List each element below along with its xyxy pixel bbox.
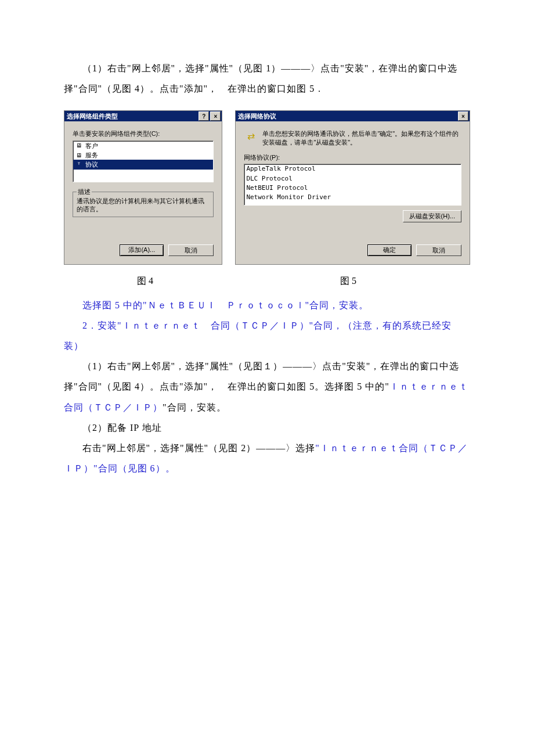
text-blue: 图 5 中的"ＮｅｔＢＥＵＩ Ｐｒｏｔｏｃｏｌ"合同，安装。 <box>102 300 369 310</box>
list-item-client[interactable]: 🖥 客户 <box>73 141 213 150</box>
dialog-row: 选择网络组件类型 ? × 单击要安装的网络组件类型(C): 🖥 客户 🖥 服务 <box>64 110 470 265</box>
paragraph-4: （1）右击"网上邻居"，选择"属性"（见图１）———〉点击"安装"，在弹出的窗口… <box>64 356 470 417</box>
cancel-button[interactable]: 取消 <box>416 244 461 256</box>
list-item-protocol[interactable]: ᵀ 协议 <box>73 160 213 169</box>
caption-fig5: 图 5 <box>226 271 470 291</box>
text-blue: （见图 6）。 <box>118 463 175 473</box>
document-page: （1）右击"网上邻居"，选择"属性"（见图 1）———〉点击"安装"，在弹出的窗… <box>0 0 534 756</box>
list-label: 网络协议(P): <box>244 153 461 161</box>
caption-fig4: 图 4 <box>64 271 226 291</box>
paragraph-1: （1）右击"网上邻居"，选择"属性"（见图 1）———〉点击"安装"，在弹出的窗… <box>64 58 470 99</box>
dialog-body: 单击要安装的网络组件类型(C): 🖥 客户 🖥 服务 ᵀ 协议 <box>64 121 222 264</box>
list-item[interactable]: Network Monitor Driver <box>244 193 461 202</box>
component-listbox[interactable]: 🖥 客户 🖥 服务 ᵀ 协议 <box>73 141 214 182</box>
cancel-button[interactable]: 取消 <box>168 244 214 256</box>
titlebar: 选择网络组件类型 ? × <box>64 111 222 121</box>
protocol-icon: ᵀ <box>75 161 83 168</box>
figure-captions: 图 4 图 5 <box>64 271 470 291</box>
dialog-select-protocol: 选择网络协议 × ⇄ 单击您想安装的网络通讯协议，然后单击"确定"。如果您有这个… <box>235 110 470 265</box>
ok-button[interactable]: 确定 <box>367 244 412 256</box>
list-item-service[interactable]: 🖥 服务 <box>73 150 213 160</box>
close-icon[interactable]: × <box>210 111 221 121</box>
protocol-hint-icon: ⇄ <box>244 129 258 143</box>
hint-text: 单击您想安装的网络通讯协议，然后单击"确定"。如果您有这个组件的安装磁盘，请单击… <box>262 129 461 146</box>
from-disk-button[interactable]: 从磁盘安装(H)... <box>403 210 461 222</box>
dialog-body: ⇄ 单击您想安装的网络通讯协议，然后单击"确定"。如果您有这个组件的安装磁盘，请… <box>236 121 470 264</box>
list-item-label: 协议 <box>85 160 98 168</box>
client-icon: 🖥 <box>75 142 83 149</box>
text-blue: 选择 <box>82 300 102 310</box>
paragraph-2: 选择图 5 中的"ＮｅｔＢＥＵＩ Ｐｒｏｔｏｃｏｌ"合同，安装。 <box>64 295 470 315</box>
dialog-select-component-type: 选择网络组件类型 ? × 单击要安装的网络组件类型(C): 🖥 客户 🖥 服务 <box>64 110 222 265</box>
list-item[interactable]: AppleTalk Protocol <box>244 164 461 174</box>
service-icon: 🖥 <box>75 152 83 159</box>
add-button[interactable]: 添加(A)... <box>120 244 164 256</box>
list-item-label: 客户 <box>85 142 98 150</box>
list-item[interactable]: DLC Protocol <box>244 174 461 183</box>
dialog-title: 选择网络协议 <box>238 112 458 120</box>
list-item-label: 服务 <box>85 151 98 159</box>
paragraph-3: 2．安装"Ｉｎｔｅｒｎｅｔ 合同（ＴＣＰ／ＩＰ）"合同，（注意，有的系统已经安装… <box>64 315 470 356</box>
text: "合同，安装。 <box>163 402 226 412</box>
dialog-title: 选择网络组件类型 <box>67 112 199 120</box>
list-item[interactable]: NetBEUI Protocol <box>244 183 461 193</box>
help-icon[interactable]: ? <box>199 111 209 121</box>
description-groupbox: 通讯协议是您的计算机用来与其它计算机通讯的语言。 <box>73 192 214 218</box>
description-text: 通讯协议是您的计算机用来与其它计算机通讯的语言。 <box>77 197 210 214</box>
list-label: 单击要安装的网络组件类型(C): <box>73 129 214 138</box>
close-icon[interactable]: × <box>458 111 468 121</box>
text: 右击"网上邻居"，选择"属性"（见图 2）———〉选择 <box>82 443 315 453</box>
paragraph-5: （2）配备 IP 地址 <box>64 417 470 438</box>
paragraph-6: 右击"网上邻居"，选择"属性"（见图 2）———〉选择"Ｉｎｔｅｒｎｅｔ合同（Ｔ… <box>64 438 470 478</box>
hint-row: ⇄ 单击您想安装的网络通讯协议，然后单击"确定"。如果您有这个组件的安装磁盘，请… <box>244 129 461 146</box>
protocol-listbox[interactable]: AppleTalk Protocol DLC Protocol NetBEUI … <box>244 164 461 206</box>
titlebar: 选择网络协议 × <box>236 111 470 121</box>
